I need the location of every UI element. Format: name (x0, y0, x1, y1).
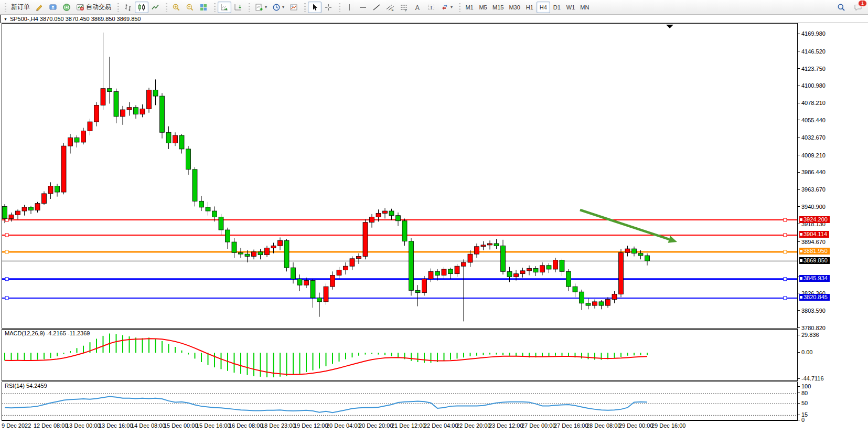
periods-button[interactable]: ▾ (270, 2, 287, 13)
trendline-button[interactable] (370, 2, 383, 13)
candle (448, 269, 453, 274)
crayon-button[interactable] (33, 2, 46, 13)
candle (252, 252, 256, 257)
main-chart-panel[interactable] (2, 23, 798, 329)
price-tick: 4078.210 (798, 100, 826, 107)
toolbar: 新订单自动交易▾▾EFAT▾M1M5M15M30H1H4D1W1MN1 (0, 0, 868, 15)
chart-shift-button[interactable] (231, 2, 245, 13)
price-tick: 4100.980 (798, 82, 826, 89)
community-icon (49, 3, 57, 12)
tick-mark (798, 34, 800, 34)
chat-button[interactable]: 1 (851, 2, 865, 13)
auto-scroll-button[interactable] (218, 2, 231, 13)
toolbar-grip (214, 3, 216, 12)
candle (455, 266, 459, 273)
candle (297, 279, 302, 285)
candles-icon (137, 3, 146, 12)
candle (435, 271, 440, 275)
tick-mark (798, 378, 800, 379)
candle (173, 135, 178, 143)
crosshair-button[interactable] (322, 2, 335, 13)
arrows-button[interactable]: ▾ (438, 2, 455, 13)
cursor-button[interactable] (308, 2, 322, 13)
templates-button[interactable] (287, 2, 301, 13)
timeframe-m30-label: M30 (509, 4, 520, 10)
candlestick-chart-button[interactable] (135, 2, 148, 13)
new-order-button-label: 新订单 (11, 3, 30, 12)
chart-title: SP500-,H4 3870.050 3870.450 3869.850 386… (10, 16, 141, 22)
timeframe-mn[interactable]: MN (577, 2, 592, 13)
candle (514, 274, 519, 277)
candle (606, 300, 610, 306)
timeframe-m30[interactable]: M30 (506, 2, 522, 13)
tick-mark (798, 103, 800, 103)
time-axis[interactable]: 9 Dec 202212 Dec 08:0013 Dec 00:0013 Dec… (2, 420, 797, 434)
candle (546, 266, 551, 269)
price-tick: 4009.210 (798, 152, 826, 158)
timeframe-h1[interactable]: H1 (523, 2, 537, 13)
channel-button[interactable]: E (383, 2, 397, 13)
signals-button[interactable] (60, 2, 73, 13)
tick-mark (798, 327, 800, 328)
candle (61, 146, 66, 192)
candle (258, 252, 263, 255)
search-button[interactable] (834, 2, 848, 13)
macd-panel[interactable]: MACD(12,26,9) -4.2165 -11.2369 (2, 329, 798, 381)
price-tick: 3986.440 (798, 169, 826, 176)
hline-anchor (5, 297, 8, 300)
price-axis[interactable]: 4169.9804146.5204123.7504100.9804078.210… (798, 15, 868, 434)
candle (317, 298, 322, 302)
candle (48, 186, 53, 194)
candle (619, 252, 624, 294)
hline-anchor (784, 297, 787, 300)
fibonacci-button[interactable]: F (397, 2, 411, 13)
hline-anchor (784, 218, 787, 221)
tile-icon (199, 3, 208, 12)
timeframe-d1[interactable]: D1 (550, 2, 564, 13)
horizontal-line-button[interactable] (356, 2, 370, 13)
tick-mark (798, 51, 800, 51)
hline-anchor (784, 234, 787, 237)
text-button[interactable]: A (411, 2, 424, 13)
hline-icon (359, 3, 367, 12)
price-tick: 4123.750 (798, 65, 826, 72)
chartshift-icon (234, 3, 242, 12)
candle (632, 249, 637, 253)
timeframe-h4[interactable]: H4 (537, 2, 550, 13)
timeframe-m5[interactable]: M5 (476, 2, 490, 13)
zoom-out-button[interactable] (183, 2, 197, 13)
chart-titlebar[interactable]: ▼ SP500-,H4 3870.050 3870.450 3869.850 3… (0, 15, 868, 23)
label-button[interactable]: T (424, 2, 438, 13)
chart-window: ▼ SP500-,H4 3870.050 3870.450 3869.850 3… (0, 15, 868, 434)
notification-badge: 1 (858, 0, 867, 7)
candle (9, 215, 14, 218)
indicators-button[interactable]: ▾ (252, 2, 270, 13)
timeframe-m15[interactable]: M15 (490, 2, 506, 13)
new-order-button[interactable]: 新订单 (8, 2, 33, 13)
line-chart-button[interactable] (148, 2, 162, 13)
candle (284, 240, 289, 268)
candle (553, 260, 558, 269)
timeframe-w1[interactable]: W1 (564, 2, 578, 13)
time-label: 20 Dec 04:00 (326, 422, 360, 429)
bar-chart-button[interactable] (121, 2, 135, 13)
candle (593, 302, 597, 305)
zoom-in-button[interactable] (169, 2, 183, 13)
candle (304, 281, 309, 285)
timeframe-m1[interactable]: M1 (463, 2, 476, 13)
candle (74, 137, 79, 142)
search-icon (837, 3, 845, 12)
rsi-panel[interactable]: RSI(14) 54.2459 (2, 382, 798, 421)
hline-anchor (784, 250, 787, 253)
autotrading-button[interactable]: 自动交易 (73, 2, 114, 13)
timeframe-mn-label: MN (580, 4, 589, 10)
tick-mark (798, 310, 800, 311)
window-menu-icon[interactable]: ▼ (4, 17, 7, 21)
community-button[interactable] (46, 2, 60, 13)
candle (580, 292, 584, 303)
time-label: 23 Dec 12:00 (489, 422, 523, 429)
tile-windows-button[interactable] (197, 2, 210, 13)
candle (566, 271, 571, 287)
linechart-icon (151, 3, 159, 12)
vertical-line-button[interactable] (342, 2, 356, 13)
